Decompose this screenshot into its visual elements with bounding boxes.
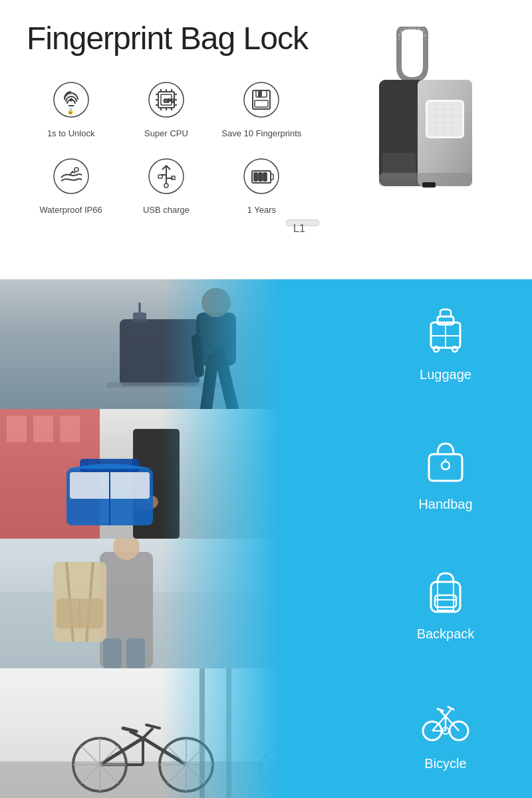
bicycle-label: Bicycle — [424, 756, 466, 771]
handbag-blue-panel: Handbag — [359, 409, 532, 539]
svg-point-71 — [452, 346, 458, 352]
svg-line-142 — [438, 709, 443, 711]
svg-rect-39 — [263, 173, 267, 181]
svg-rect-58 — [133, 313, 146, 323]
svg-rect-55 — [422, 182, 436, 188]
svg-rect-32 — [172, 176, 175, 180]
backpack-label: Backpack — [417, 626, 475, 642]
svg-rect-98 — [103, 638, 122, 668]
svg-line-140 — [448, 707, 454, 710]
svg-point-25 — [54, 159, 88, 194]
backpack-photo — [0, 539, 359, 668]
warranty-icon — [238, 153, 285, 200]
feature-usb-label: USB charge — [143, 205, 190, 216]
svg-point-26 — [74, 168, 78, 172]
svg-rect-37 — [254, 173, 257, 181]
luggage-label: Luggage — [420, 367, 471, 382]
usecase-handbag-bg: Handbag — [0, 409, 532, 539]
feature-unlock: 🔒 1s to Unlock — [27, 76, 115, 140]
usecase-bicycle-bg: Bicycle — [0, 668, 532, 798]
svg-rect-36 — [271, 174, 273, 180]
luggage-gradient — [162, 279, 359, 409]
features-grid: 🔒 1s to Unlock CPU — [27, 76, 306, 216]
svg-point-2 — [70, 99, 72, 101]
model-badge: L1 — [286, 219, 319, 226]
usecase-luggage-bg: Luggage — [0, 279, 532, 409]
svg-point-70 — [434, 346, 439, 352]
usecase-backpack: Backpack — [0, 539, 532, 668]
svg-rect-76 — [7, 416, 27, 442]
svg-rect-45 — [428, 102, 462, 136]
bicycle-blue-panel: Bicycle — [359, 668, 532, 798]
feature-cpu: CPU Super CPU — [122, 76, 210, 140]
feature-save: Save 10 Fingerprints — [217, 76, 306, 140]
feature-waterproof: Waterproof IP66 — [27, 153, 115, 216]
bicycle-photo — [0, 668, 359, 798]
luggage-icon — [419, 306, 472, 359]
handbag-gradient — [162, 409, 359, 539]
svg-rect-99 — [126, 638, 145, 668]
backpack-blue-panel: Backpack — [359, 539, 532, 668]
header-section: Fingerprint Bag Lock 🔒 1s to Unlock — [0, 0, 532, 279]
svg-point-87 — [442, 462, 450, 469]
cpu-icon: CPU — [143, 76, 190, 123]
feature-unlock-label: 1s to Unlock — [47, 128, 95, 140]
svg-rect-77 — [33, 416, 53, 442]
backpack-icon — [419, 565, 472, 618]
feature-cpu-label: Super CPU — [144, 128, 188, 140]
feature-usb: USB charge — [122, 153, 210, 216]
svg-rect-38 — [259, 173, 262, 181]
svg-text:🔒: 🔒 — [67, 108, 74, 114]
feature-warranty-label: 1 Years — [247, 205, 276, 216]
handbag-icon — [419, 436, 472, 489]
svg-text:CPU: CPU — [164, 98, 175, 104]
usecase-handbag: Handbag — [0, 409, 532, 539]
feature-warranty: 1 Years — [217, 153, 306, 216]
luggage-blue-panel: Luggage — [359, 279, 532, 409]
bicycle-icon — [419, 695, 472, 748]
lock-product-image — [319, 13, 505, 266]
usecase-luggage: Luggage — [0, 279, 532, 409]
waterproof-icon — [48, 153, 94, 200]
luggage-photo — [0, 279, 359, 409]
svg-rect-78 — [60, 416, 80, 442]
usb-icon — [143, 153, 190, 200]
handbag-photo — [0, 409, 359, 539]
backpack-gradient — [162, 539, 359, 668]
svg-rect-23 — [255, 100, 268, 107]
svg-rect-30 — [158, 175, 162, 178]
feature-save-label: Save 10 Fingerprints — [221, 128, 301, 140]
usecase-backpack-bg: Backpack — [0, 539, 532, 668]
svg-line-139 — [446, 710, 451, 716]
usecase-bicycle: Bicycle — [0, 668, 532, 798]
feature-waterproof-label: Waterproof IP66 — [40, 205, 102, 216]
bicycle-gradient — [162, 668, 359, 798]
svg-point-20 — [244, 82, 279, 117]
handbag-label: Handbag — [418, 497, 472, 512]
save-icon — [238, 76, 285, 123]
svg-rect-24 — [259, 91, 261, 96]
fingerprint-icon: 🔒 — [48, 76, 94, 123]
